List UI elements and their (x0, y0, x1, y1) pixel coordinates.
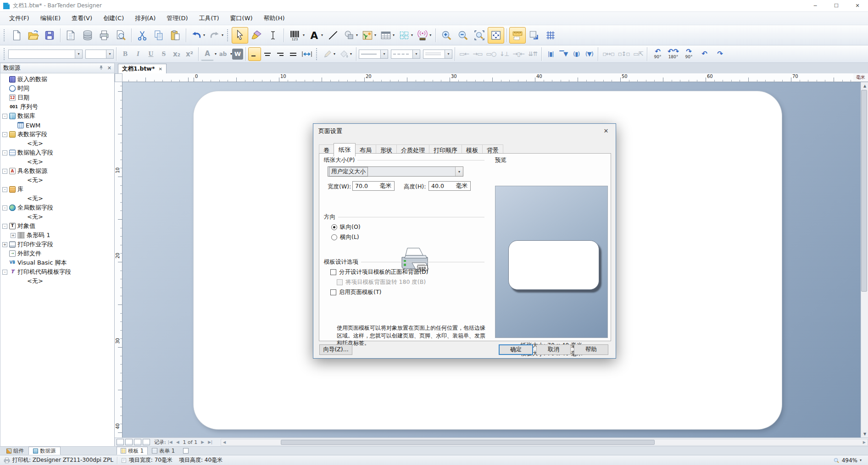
make-same-width-button[interactable]: ▫↔▫ (601, 47, 616, 61)
subscript-button[interactable]: x₂ (170, 47, 183, 61)
tree-item[interactable]: 时间 (0, 84, 114, 93)
close-button[interactable]: ✕ (847, 0, 868, 12)
page-setup-button[interactable] (63, 27, 79, 44)
tree-item[interactable]: <无> (0, 157, 114, 166)
format-painter-button[interactable] (248, 27, 265, 44)
save-button[interactable] (41, 27, 58, 44)
select-tool-button[interactable] (232, 27, 248, 44)
next-record-button[interactable]: ▶ (199, 440, 206, 444)
close-panel-icon[interactable]: ✕ (107, 65, 111, 71)
layout-grid-tool-button[interactable]: ▾ (396, 27, 415, 44)
toolbar-grip[interactable] (227, 29, 230, 41)
menu-item[interactable]: 管理(D) (161, 12, 193, 24)
tree-item[interactable]: + 打印作业字段 (0, 240, 114, 249)
rotate-left-90-button[interactable]: ↶90° (650, 46, 665, 62)
rfid-tool-button[interactable]: ▾ (415, 27, 433, 44)
toolbar-grip[interactable] (4, 29, 6, 41)
zoom-in-button[interactable] (438, 27, 455, 44)
text-tool-button[interactable]: A▾ (306, 27, 325, 44)
first-record-button[interactable]: |◀ (166, 440, 174, 444)
line-tool-button[interactable] (325, 27, 341, 44)
paste-button[interactable] (167, 27, 184, 44)
scroll-right-icon[interactable]: ▶ (861, 440, 868, 444)
cut-button[interactable] (134, 27, 150, 44)
pin-icon[interactable] (99, 65, 104, 70)
scroll-left-icon[interactable]: ◀ (221, 440, 228, 444)
grid-toggle-button[interactable] (542, 27, 559, 44)
align-left-button[interactable] (248, 47, 261, 61)
redo-button[interactable]: ▾ (207, 27, 225, 44)
superscript-button[interactable]: x² (183, 47, 196, 61)
rotate-right-custom-button[interactable]: ↷ (712, 46, 728, 62)
shape-tool-button[interactable]: ▾ (341, 27, 360, 44)
tree-item[interactable]: - 全局数据字段 (0, 203, 114, 212)
undo-button[interactable]: ▾ (189, 27, 207, 44)
align-left-edges-button[interactable]: ▭← (457, 47, 471, 61)
tree-expander[interactable]: - (2, 224, 7, 229)
record-tool-icon-1[interactable] (117, 439, 124, 445)
tree-expander[interactable]: - (2, 270, 7, 275)
tab-components[interactable]: 组件 (2, 447, 28, 455)
make-same-size-button[interactable]: ▭⇱ (631, 47, 645, 61)
tab-data-sources[interactable]: 数据源 (28, 447, 61, 455)
toolbar-grip[interactable] (316, 48, 319, 60)
tree-expander[interactable]: - (2, 150, 7, 155)
scroll-up-icon[interactable]: ▲ (861, 82, 868, 89)
dialog-tab[interactable]: 纸张 (334, 143, 356, 156)
ok-button[interactable]: 确定 (499, 344, 533, 355)
menu-item[interactable]: 窗口(W) (225, 12, 258, 24)
tree-item[interactable]: - 表数据字段 (0, 130, 114, 139)
line-weight-combo[interactable]: ▾ (359, 50, 388, 59)
distribute-vertical-button[interactable]: ⇊⇈ (526, 47, 539, 61)
ruler-unit-button[interactable]: 毫米 (853, 73, 868, 82)
horizontal-scrollbar[interactable]: ◀ ▶ (221, 439, 868, 446)
document-tab[interactable]: 文档1.btw* ✕ (118, 64, 167, 73)
barcode-tool-button[interactable]: 123▾ (286, 27, 306, 44)
text-insert-tool-button[interactable] (265, 27, 281, 44)
tree-item[interactable]: EWM (0, 121, 114, 130)
dash-style-combo[interactable]: ▾ (391, 50, 420, 59)
line-color-button[interactable]: ▾ (321, 47, 337, 61)
tree-item[interactable]: <无> (0, 176, 114, 185)
menu-item[interactable]: 创建(C) (98, 12, 129, 24)
tree-expander[interactable]: - (2, 187, 7, 192)
minimize-button[interactable]: ─ (805, 0, 826, 12)
menu-item[interactable]: 工具(T) (193, 12, 224, 24)
zoom-region-button[interactable] (471, 27, 488, 44)
center-vertically-button[interactable]: |▮| (544, 47, 557, 61)
new-template-tab[interactable] (179, 447, 193, 455)
new-document-button[interactable] (8, 27, 25, 44)
height-field[interactable]: 40.0 毫米 (428, 181, 471, 191)
maximize-button[interactable]: ☐ (826, 0, 847, 12)
chevron-down-icon[interactable]: ▾ (455, 167, 463, 176)
italic-button[interactable]: I (132, 47, 145, 61)
tree-item[interactable]: - 数据输入字段 (0, 148, 114, 157)
separate-front-back-checkbox[interactable]: 分开设计项目模板的正面和背面(D) (330, 268, 428, 276)
tree-item[interactable]: - 打印机代码模板字段 (0, 267, 114, 277)
make-same-height-button[interactable]: ▫↕▫ (616, 47, 632, 61)
ruler-toggle-button[interactable] (509, 27, 526, 44)
rotate-left-custom-button[interactable]: ↶ (696, 46, 712, 62)
open-button[interactable] (25, 27, 41, 44)
width-field[interactable]: 70.0 毫米 (352, 181, 395, 191)
scroll-down-icon[interactable]: ▼ (861, 430, 868, 437)
record-tool-icon-3[interactable] (134, 439, 141, 445)
zoom-level-value[interactable]: 494% (842, 457, 857, 464)
record-tool-icon-4[interactable] (143, 439, 150, 445)
tree-item[interactable]: - 数据库 (0, 111, 114, 121)
previous-record-button[interactable]: ◀ (174, 440, 181, 444)
tree-item[interactable]: - 对象值 (0, 221, 114, 231)
tree-expander[interactable]: + (2, 242, 7, 247)
tree-expander[interactable]: - (2, 132, 7, 137)
align-bottom-edges-button[interactable]: ↓⊥ (498, 47, 511, 61)
vertical-ruler[interactable]: 10203040 (115, 82, 122, 437)
strikethrough-button[interactable]: S (157, 47, 170, 61)
dialog-close-button[interactable]: ✕ (596, 124, 616, 138)
print-preview-button[interactable] (112, 27, 129, 44)
tree-item[interactable]: <无> (0, 194, 114, 203)
zoom-out-button[interactable] (455, 27, 471, 44)
center-in-template-v-button[interactable]: (▮) (570, 47, 583, 61)
close-document-icon[interactable]: ✕ (158, 66, 162, 72)
align-center-button[interactable] (261, 47, 274, 61)
tree-expander[interactable]: - (2, 205, 7, 210)
